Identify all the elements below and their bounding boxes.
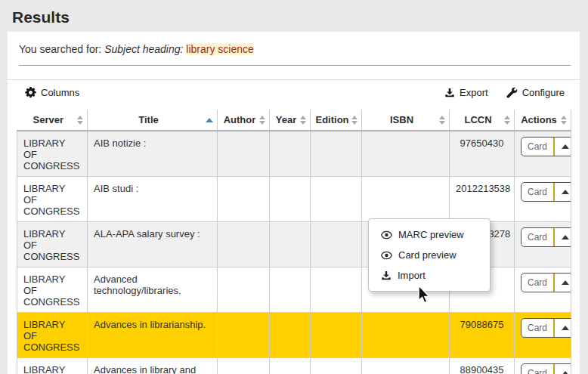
eye-icon	[381, 230, 392, 240]
download-icon	[444, 88, 455, 98]
card-button[interactable]: Card	[521, 274, 555, 292]
column-header-title[interactable]: Title	[88, 110, 218, 131]
wrench-icon	[506, 87, 518, 98]
lccn-cell: 2012213538	[450, 177, 515, 222]
year-cell	[270, 222, 311, 267]
server-cell: LIBRARY OF CONGRESS	[17, 222, 88, 267]
isbn-cell	[362, 177, 450, 222]
columns-button-label: Columns	[41, 87, 79, 98]
caret-up-icon	[562, 144, 569, 149]
server-cell: LIBRARY OF CONGRESS	[17, 358, 88, 374]
edition-cell	[311, 177, 362, 222]
year-cell	[270, 358, 311, 374]
dropdown-toggle-button[interactable]	[555, 274, 571, 292]
year-cell	[270, 267, 311, 313]
isbn-cell	[362, 131, 450, 177]
title-cell: Advanced technology/libraries.	[88, 267, 218, 313]
column-header-lccn[interactable]: LCCN	[450, 110, 515, 131]
server-cell: LIBRARY OF CONGRESS	[17, 131, 88, 177]
dropdown-toggle-button[interactable]	[555, 364, 571, 374]
results-table-header: ServerTitleAuthorYearEditionISBNLCCNActi…	[17, 110, 571, 131]
columns-button[interactable]: Columns	[25, 87, 79, 98]
actions-cell: Card	[515, 222, 571, 267]
divider	[19, 65, 571, 66]
table-row: LIBRARY OF CONGRESSAdvances in librarian…	[17, 313, 571, 358]
card-button[interactable]: Card	[521, 364, 555, 374]
edition-cell	[311, 267, 362, 313]
gear-icon	[25, 87, 36, 98]
card-split-button: Card	[521, 182, 571, 202]
card-button[interactable]: Card	[521, 319, 555, 337]
card-button[interactable]: Card	[521, 228, 555, 246]
actions-cell: Card	[515, 177, 571, 222]
configure-button-label: Configure	[522, 87, 565, 98]
sort-both-icon	[439, 116, 445, 125]
table-row: LIBRARY OF CONGRESSAIB studi :2012213538…	[17, 177, 571, 222]
table-toolbar: Columns Export Configure	[8, 80, 580, 98]
title-cell: ALA-APA salary survey :	[88, 222, 218, 267]
author-cell	[218, 313, 270, 358]
caret-up-icon	[562, 326, 569, 330]
title-cell: Advances in library and information scie…	[88, 358, 218, 374]
card-split-button: Card	[521, 318, 571, 338]
table-row: LIBRARY OF CONGRESSAdvances in library a…	[17, 358, 571, 374]
configure-button[interactable]: Configure	[506, 87, 565, 98]
page-title: Results	[0, 0, 588, 34]
actions-dropdown-menu: MARC previewCard previewImport	[368, 218, 491, 292]
author-cell	[218, 222, 270, 267]
dropdown-toggle-button[interactable]	[555, 138, 571, 156]
actions-cell: Card	[515, 358, 571, 374]
import-icon	[381, 270, 391, 281]
sort-both-icon	[77, 116, 83, 125]
results-panel: You searched for: Subject heading: libra…	[8, 32, 580, 374]
isbn-cell	[362, 358, 450, 374]
column-header-server[interactable]: Server	[17, 110, 88, 131]
lccn-cell: 79088675	[450, 313, 515, 358]
edition-cell	[311, 313, 362, 358]
isbn-cell	[362, 313, 450, 358]
column-header-isbn[interactable]: ISBN	[362, 110, 450, 131]
search-field-label: Subject heading:	[104, 43, 186, 55]
column-header-year[interactable]: Year	[270, 110, 311, 131]
dropdown-toggle-button[interactable]	[555, 183, 571, 201]
title-cell: AIB notizie :	[88, 131, 218, 177]
menu-item-marc-preview[interactable]: MARC preview	[369, 224, 490, 245]
author-cell	[218, 131, 270, 177]
table-row: LIBRARY OF CONGRESSAIB notizie :97650430…	[17, 131, 571, 177]
card-button[interactable]: Card	[521, 138, 555, 156]
menu-item-card-preview[interactable]: Card preview	[369, 245, 490, 265]
actions-cell: Card	[515, 313, 571, 358]
year-cell	[270, 131, 311, 177]
sort-both-icon	[504, 116, 510, 125]
dropdown-toggle-button[interactable]	[555, 319, 571, 337]
search-summary: You searched for: Subject heading: libra…	[8, 32, 580, 65]
edition-cell	[311, 222, 362, 267]
card-split-button: Card	[521, 273, 571, 292]
caret-up-icon	[562, 235, 569, 240]
year-cell	[270, 313, 311, 358]
export-button[interactable]: Export	[444, 87, 488, 98]
dropdown-toggle-button[interactable]	[555, 228, 571, 246]
column-header-edition[interactable]: Edition	[311, 110, 362, 131]
search-summary-prefix: You searched for:	[19, 43, 104, 55]
card-button[interactable]: Card	[521, 183, 555, 201]
server-cell: LIBRARY OF CONGRESS	[17, 267, 88, 313]
actions-cell: Card	[515, 267, 571, 313]
author-cell	[218, 358, 270, 374]
sort-asc-icon	[206, 118, 213, 122]
search-term: library science	[186, 43, 253, 55]
sort-both-icon	[300, 116, 306, 125]
lccn-cell: 97650430	[450, 131, 515, 177]
column-header-author[interactable]: Author	[218, 110, 270, 131]
edition-cell	[311, 131, 362, 177]
menu-item-label: Card preview	[398, 249, 456, 261]
sort-both-icon	[351, 116, 357, 125]
column-header-actions[interactable]: Actions	[515, 110, 571, 131]
menu-item-label: Import	[398, 270, 426, 281]
sort-both-icon	[259, 116, 265, 125]
author-cell	[218, 177, 270, 222]
menu-item-import[interactable]: Import	[369, 265, 490, 286]
caret-up-icon	[562, 190, 569, 194]
actions-cell: Card	[515, 131, 571, 177]
lccn-cell: 88900435	[450, 358, 515, 374]
